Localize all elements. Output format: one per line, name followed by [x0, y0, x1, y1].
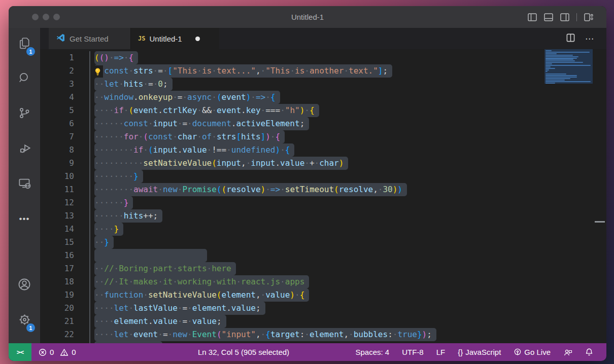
- line-number[interactable]: 20: [40, 302, 74, 315]
- line-number[interactable]: 9: [40, 157, 74, 170]
- sidebar-item-explorer[interactable]: 1: [12, 32, 37, 56]
- line-number[interactable]: 22: [40, 328, 74, 341]
- line-number[interactable]: 18: [40, 275, 74, 288]
- token: ;: [300, 119, 305, 128]
- code-line[interactable]: 14····}: [40, 223, 606, 236]
- remote-icon: ><: [17, 348, 24, 356]
- line-number[interactable]: 12: [40, 196, 74, 209]
- sidebar-item-remote-explorer[interactable]: [12, 172, 37, 196]
- line-number[interactable]: 10: [40, 170, 74, 183]
- line-number[interactable]: 17: [40, 262, 74, 275]
- feedback-icon[interactable]: [563, 348, 572, 356]
- selected-code: ··//·Boring·part·starts·here: [94, 262, 236, 275]
- sidebar-item-run-debug[interactable]: [12, 137, 37, 161]
- toggle-primary-sidebar-icon[interactable]: [528, 13, 537, 21]
- code-line[interactable]: 15··}: [40, 236, 606, 249]
- token: ······: [94, 119, 124, 128]
- line-number[interactable]: 2: [40, 64, 74, 78]
- more-actions-icon[interactable]: ⋯: [585, 33, 594, 44]
- code-line[interactable]: 16: [40, 249, 606, 262]
- code-line[interactable]: 9··········setNativeValue(input,·input.v…: [40, 157, 606, 170]
- line-number[interactable]: 1: [40, 51, 74, 64]
- code-line[interactable]: 19··function·setNativeValue(element,·val…: [40, 288, 606, 302]
- zoom-button[interactable]: [53, 14, 60, 20]
- code-line[interactable]: 2··const·strs·=·["This·is·text...",·"Thi…: [40, 64, 606, 78]
- code-line[interactable]: 11········await·new·Promise((resolve)·=>…: [40, 183, 606, 196]
- line-number[interactable]: 3: [40, 78, 74, 91]
- token: ··: [94, 79, 104, 89]
- token: await: [133, 185, 158, 194]
- toggle-panel-icon[interactable]: [544, 13, 553, 21]
- code-line[interactable]: 10········}: [40, 170, 606, 183]
- token: with: [217, 277, 236, 286]
- selected-code: ········}: [94, 170, 143, 183]
- eol-status[interactable]: LF: [436, 348, 446, 356]
- token: text.": [349, 66, 378, 76]
- go-live-button[interactable]: Go Live: [514, 348, 551, 356]
- indentation-status[interactable]: Spaces: 4: [356, 348, 390, 356]
- cursor-position[interactable]: Ln 32, Col 5 (905 selected): [198, 348, 289, 356]
- line-number[interactable]: 5: [40, 104, 74, 117]
- close-button[interactable]: [32, 14, 39, 20]
- language-mode[interactable]: {} JavaScript: [458, 348, 501, 356]
- sidebar-item-source-control[interactable]: [12, 102, 37, 126]
- minimize-button[interactable]: [43, 14, 49, 20]
- line-number[interactable]: 6: [40, 117, 74, 130]
- sidebar-item-search[interactable]: [12, 67, 37, 91]
- code-line[interactable]: 22····let·event·=·new·Event("input",·{ta…: [40, 328, 606, 341]
- minimap-line: [545, 56, 578, 57]
- code-editor[interactable]: 1(()·=>·{2··const·strs·=·["This·is·text.…: [40, 49, 606, 343]
- notifications-bell-icon[interactable]: [585, 348, 593, 356]
- code-line[interactable]: 5····if·(event.ctrlKey·&&·event.key·===·…: [40, 104, 606, 117]
- token: makes: [133, 277, 158, 286]
- token: 0: [158, 79, 163, 89]
- unsaved-changes-dot[interactable]: [195, 37, 200, 41]
- line-number[interactable]: 11: [40, 183, 74, 196]
- line-number[interactable]: 13: [40, 209, 74, 223]
- line-number[interactable]: 16: [40, 249, 74, 262]
- code-line[interactable]: 18··//·It·makes·it·working·with·react.js…: [40, 275, 606, 288]
- code-line[interactable]: 1(()·=>·{: [40, 51, 606, 64]
- code-line[interactable]: 17··//·Boring·part·starts·here: [40, 262, 606, 275]
- line-number[interactable]: 7: [40, 130, 74, 143]
- token: ·: [182, 92, 187, 102]
- code-line[interactable]: 3··let·hits·=·0;: [40, 78, 606, 91]
- split-editor-icon[interactable]: [566, 33, 575, 44]
- code-line[interactable]: 12······}: [40, 196, 606, 209]
- token: ·: [187, 316, 192, 326]
- encoding-status[interactable]: UTF-8: [402, 348, 424, 356]
- code-line[interactable]: 7······for·(const·char·of·strs[hits])·{: [40, 130, 606, 143]
- code-line[interactable]: 20····let·lastValue·=·element.value;: [40, 302, 606, 315]
- token: ·: [153, 66, 158, 76]
- line-number[interactable]: 14: [40, 223, 74, 236]
- tab-get-started[interactable]: Get Started: [49, 28, 131, 49]
- problems-status[interactable]: 0 0: [39, 348, 76, 356]
- more-views-button[interactable]: •••: [12, 207, 37, 231]
- code-line[interactable]: 4··window.onkeyup·=·async·(event)·=>·{: [40, 91, 606, 104]
- remote-indicator[interactable]: ><: [9, 343, 31, 361]
- customize-layout-icon[interactable]: [584, 13, 593, 21]
- token: event: [133, 330, 158, 339]
- quick-fix-lightbulb[interactable]: [92, 65, 103, 78]
- settings-button[interactable]: 1: [12, 308, 37, 333]
- minimap[interactable]: [544, 49, 593, 84]
- token: let: [114, 330, 129, 339]
- token: ): [300, 105, 305, 115]
- code-line[interactable]: 21····element.value·=·value;: [40, 315, 606, 328]
- toggle-secondary-sidebar-icon[interactable]: [560, 13, 569, 21]
- line-number[interactable]: 19: [40, 288, 74, 302]
- token: ·: [344, 66, 349, 76]
- code-line[interactable]: 13······hits++;: [40, 209, 606, 223]
- line-number[interactable]: 8: [40, 143, 74, 157]
- code-line[interactable]: 8········if·(input.value·!==·undefined)·…: [40, 143, 606, 157]
- token: (: [143, 132, 148, 141]
- token: {: [265, 330, 270, 339]
- line-number[interactable]: 4: [40, 91, 74, 104]
- code-line[interactable]: 6······const·input·=·document.activeElem…: [40, 117, 606, 130]
- tab-untitled-1[interactable]: JS Untitled-1: [131, 28, 219, 49]
- line-number[interactable]: 21: [40, 315, 74, 328]
- accounts-button[interactable]: [12, 273, 37, 298]
- explorer-badge: 1: [26, 47, 35, 56]
- token: react.js: [241, 277, 280, 286]
- line-number[interactable]: 15: [40, 236, 74, 249]
